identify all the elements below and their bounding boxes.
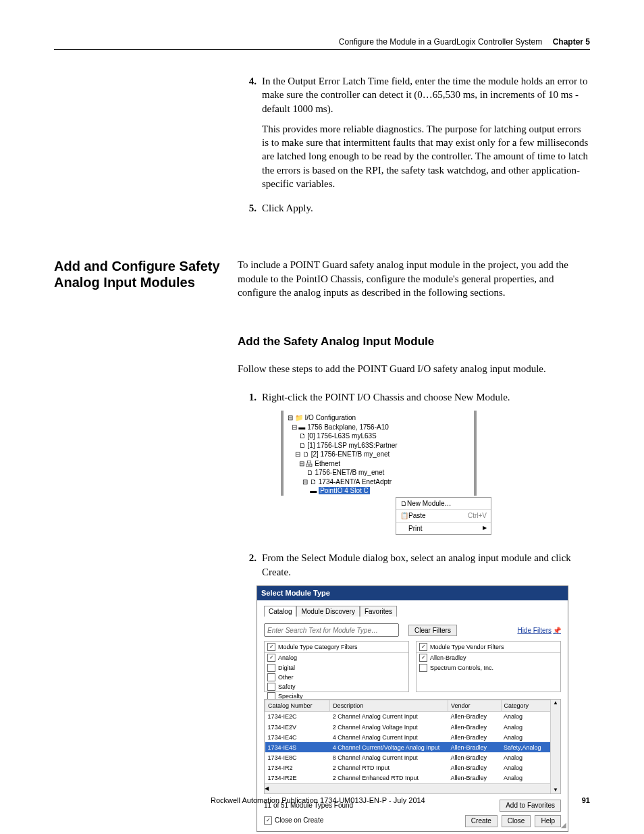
step-number: 1.: [238, 390, 262, 547]
checkbox-icon[interactable]: [267, 654, 275, 662]
col-description[interactable]: Description: [330, 700, 448, 712]
create-button[interactable]: Create: [465, 815, 498, 827]
header-rule: [54, 49, 590, 50]
resize-grip-icon[interactable]: ◢: [561, 820, 566, 830]
search-input[interactable]: [264, 623, 399, 637]
checkbox-icon[interactable]: [267, 643, 275, 651]
tab-module-discovery[interactable]: Module Discovery: [296, 606, 359, 617]
tree-node: [1] 1756-LSP myL63S:Partner: [307, 442, 397, 449]
step-number: 5.: [238, 201, 262, 221]
table-row[interactable]: 1734-IR2E2 Channel Enhanced RTD InputAll…: [265, 773, 560, 783]
tree-node: Ethernet: [315, 460, 340, 467]
tab-favorites[interactable]: Favorites: [360, 606, 397, 617]
table-row[interactable]: 1734-IE8C8 Channel Analog Current InputA…: [265, 752, 560, 762]
table-row[interactable]: 1734-IE2C2 Channel Analog Current InputA…: [265, 712, 560, 722]
step4-para2: This provides more reliable diagnostics.…: [262, 122, 590, 190]
table-row[interactable]: 1734-IR22 Channel RTD InputAllen-Bradley…: [265, 763, 560, 773]
pin-icon: 📌: [553, 627, 561, 634]
dialog-title: Select Module Type: [257, 586, 568, 600]
menu-paste[interactable]: 📋 PasteCtrl+V: [396, 509, 491, 522]
subheading: Add the Safety Analog Input Module: [238, 334, 590, 350]
help-button[interactable]: Help: [535, 815, 561, 827]
tab-catalog[interactable]: Catalog: [264, 606, 296, 617]
hide-filters-link[interactable]: Hide Filters📌: [517, 626, 561, 635]
select-module-dialog: Select Module Type Catalog Module Discov…: [257, 585, 568, 832]
checkbox-icon[interactable]: [267, 683, 275, 691]
step4-para1: In the Output Error Latch Time field, en…: [262, 74, 590, 115]
tree-node: 1734-AENT/A EnetAdptr: [319, 478, 392, 486]
step1-text: Right-click the POINT I/O Chassis and ch…: [262, 390, 590, 404]
lead-text: Follow these steps to add the POINT Guar…: [238, 362, 590, 375]
tree-node: [2] 1756-ENET/B my_enet: [311, 450, 390, 458]
step2-text: From the Select Module dialog box, selec…: [262, 551, 590, 579]
step-number: 4.: [238, 74, 262, 197]
checkbox-icon[interactable]: [267, 673, 275, 681]
vertical-scrollbar[interactable]: ▲▼: [550, 700, 560, 793]
menu-new-module[interactable]: 🗋 New Module…: [396, 498, 491, 510]
category-filter-box: Module Type Category Filters Analog Digi…: [264, 641, 409, 692]
running-header: Configure the Module in a GuardLogix Con…: [339, 36, 590, 47]
close-on-create-label: Close on Create: [275, 816, 323, 825]
page-number: 91: [582, 796, 590, 806]
module-grid: Catalog Number Description Vendor Catego…: [264, 699, 561, 794]
chapter-label: Chapter 5: [553, 37, 590, 47]
vendor-filter-box: Module Type Vendor Filters Allen-Bradley…: [416, 641, 561, 692]
close-on-create-checkbox[interactable]: [264, 816, 272, 825]
table-row[interactable]: 1734-IE2V2 Channel Analog Voltage InputA…: [265, 722, 560, 732]
side-heading: Add and Configure Safety Analog Input Mo…: [54, 258, 232, 290]
checkbox-icon[interactable]: [419, 654, 427, 662]
step5-para: Click Apply.: [262, 201, 590, 215]
context-menu: 🗋 New Module… 📋 PasteCtrl+V Print▶: [396, 497, 491, 536]
scroll-down-icon[interactable]: ▼: [553, 787, 558, 794]
menu-print[interactable]: Print▶: [396, 522, 491, 535]
table-row-selected[interactable]: 1734-IE4S4 Channel Current/Voltage Analo…: [265, 742, 560, 752]
section-intro: To include a POINT Guard safety analog i…: [238, 258, 590, 299]
tree-node: 1756-ENET/B my_enet: [315, 469, 385, 476]
tree-root: I/O Configuration: [305, 414, 356, 421]
table-row[interactable]: 1734-IE4C4 Channel Analog Current InputA…: [265, 732, 560, 742]
io-tree-figure: ⊟ 📁 I/O Configuration ⊟ ▬ 1756 Backplane…: [281, 411, 590, 535]
col-vendor[interactable]: Vendor: [448, 700, 501, 712]
tree-node: 1756 Backplane, 1756-A10: [307, 423, 389, 431]
checkbox-icon[interactable]: [419, 664, 427, 672]
scroll-up-icon[interactable]: ▲: [553, 700, 558, 707]
tree-node-selected[interactable]: PointIO 4 Slot C: [319, 487, 370, 494]
header-text: Configure the Module in a GuardLogix Con…: [339, 37, 543, 47]
horizontal-scrollbar[interactable]: ◀▶: [265, 783, 560, 793]
col-catalog[interactable]: Catalog Number: [265, 700, 330, 712]
scroll-left-icon[interactable]: ◀: [265, 785, 269, 793]
checkbox-icon[interactable]: [267, 664, 275, 672]
checkbox-icon[interactable]: [419, 643, 427, 651]
tree-node: [0] 1756-L63S myL63S: [307, 432, 376, 440]
close-button[interactable]: Close: [502, 815, 531, 827]
footer-publication: Rockwell Automation Publication 1734-UM0…: [211, 796, 425, 806]
clear-filters-button[interactable]: Clear Filters: [408, 625, 457, 637]
